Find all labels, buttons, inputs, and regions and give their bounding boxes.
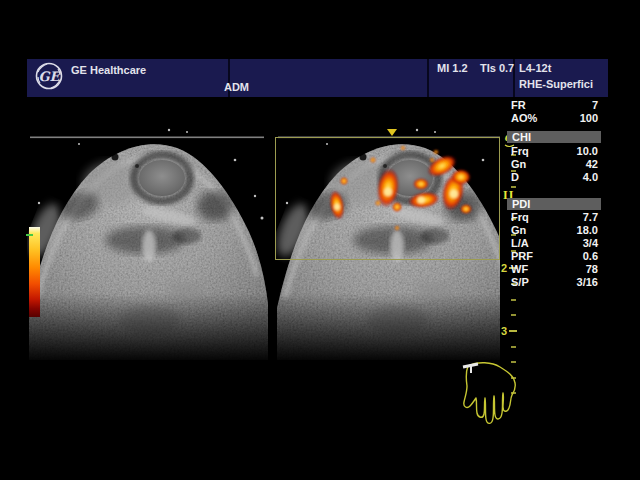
- frame-rate-row: FR7: [511, 99, 598, 112]
- bmode-image-left: [23, 129, 271, 360]
- colorbar-baseline-tick: [26, 234, 33, 236]
- pdi-sp-row: S/P3/16: [511, 276, 598, 289]
- brand-text: GE Healthcare: [71, 64, 146, 76]
- preset-label[interactable]: RHE-Superfici: [519, 78, 593, 90]
- body-marker-hand-icon[interactable]: [463, 363, 515, 424]
- chi-depth-row: D4.0: [511, 171, 598, 184]
- pdi-wf-row: WF78: [511, 263, 598, 276]
- mi-readout: MI 1.2: [437, 62, 468, 74]
- doppler-colorbar: [29, 227, 40, 317]
- chi-gain-row: Gn42: [511, 158, 598, 171]
- svg-text:GE: GE: [38, 69, 61, 84]
- pdi-frq-row: Frq7.7: [511, 211, 598, 224]
- ultrasound-display: 2 3 GE II GE GE Healthcare ADM MI 1: [0, 0, 640, 480]
- depth-label-2: 2: [501, 262, 507, 274]
- pdi-section-header: PDI: [507, 198, 601, 210]
- pdi-gain-row: Gn18.0: [511, 224, 598, 237]
- tis-readout: TIs 0.7: [480, 62, 514, 74]
- pdi-la-row: L/A3/4: [511, 237, 598, 250]
- steer-triangle-marker: [387, 129, 397, 136]
- ge-logo-icon: GE: [34, 61, 64, 91]
- exam-category-label: ADM: [157, 81, 249, 93]
- chi-section-header: CHI: [507, 131, 601, 143]
- depth-label-3: 3: [501, 325, 507, 337]
- header-bar: GE GE Healthcare ADM MI 1.2 TIs 0.7 L4-1…: [27, 59, 608, 97]
- acoustic-output-row: AO%100: [511, 112, 598, 125]
- doppler-image-right: [271, 129, 519, 360]
- chi-frq-row: Frq10.0: [511, 145, 598, 158]
- probe-position-icon: [463, 364, 478, 373]
- probe-label[interactable]: L4-12t: [519, 62, 551, 74]
- header-divider: [427, 59, 429, 97]
- pdi-prf-row: PRF0.6: [511, 250, 598, 263]
